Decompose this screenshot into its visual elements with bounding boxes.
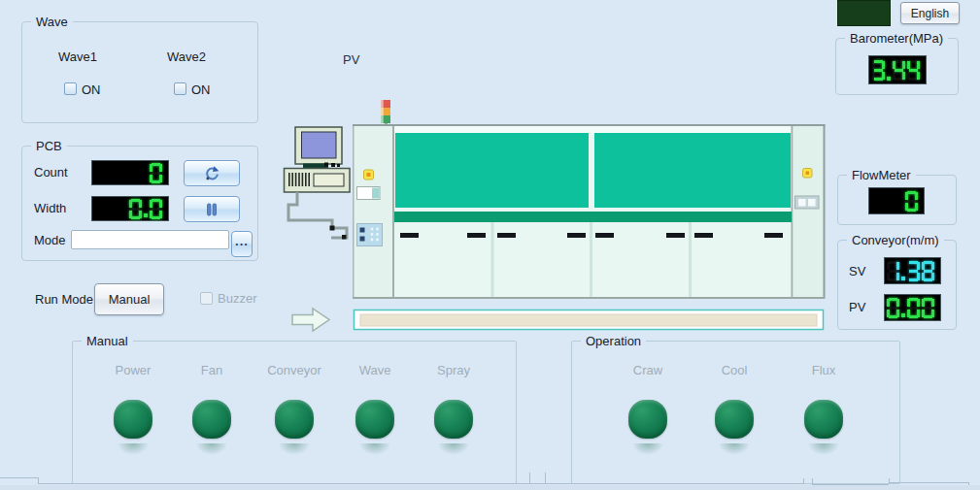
- status-display: [837, 0, 891, 26]
- operation-craw-control: Craw: [604, 363, 692, 459]
- manual-spray-button[interactable]: [434, 400, 473, 439]
- conveyor-sv-display: [884, 257, 941, 284]
- flowmeter-display: [868, 187, 925, 214]
- operation-group: Operation Craw Cool Flux: [571, 341, 900, 484]
- barometer-group-title: Barometer(MPa): [845, 31, 948, 46]
- conveyor-group-title: Conveyor(m/m): [847, 233, 944, 247]
- hmi-main-screen: Wave Wave1 Wave2 ON ON PCB Count Width M…: [0, 0, 980, 490]
- conveyor-sv-label: SV: [849, 264, 865, 278]
- conveyor-belt: [355, 310, 824, 330]
- manual-group-title: Manual: [82, 334, 133, 348]
- sphere-reflection: [804, 443, 843, 459]
- wave2-label: Wave2: [167, 49, 206, 64]
- conveyor-pv-display: [884, 294, 941, 321]
- wave-group: Wave Wave1 Wave2 ON ON: [21, 21, 258, 123]
- manual-conveyor-button[interactable]: [275, 400, 314, 439]
- pcb-width-display: [91, 196, 169, 221]
- sphere-reflection: [628, 443, 667, 459]
- manual-spray-label: Spray: [437, 363, 470, 377]
- pcb-mode-label: Mode: [34, 233, 66, 247]
- pcb-mode-browse-button[interactable]: ...: [231, 231, 253, 257]
- sphere-reflection: [192, 443, 231, 459]
- manual-power-label: Power: [116, 363, 152, 377]
- panel-divider: [529, 473, 530, 483]
- operator-computer-icon: [285, 127, 351, 240]
- machine-body: [353, 124, 826, 299]
- wave2-on-checkbox[interactable]: [174, 82, 186, 95]
- machine-graphic: [282, 97, 835, 335]
- operation-cool-control: Cool: [691, 363, 778, 459]
- pause-icon: [205, 203, 219, 216]
- pv-label: PV: [343, 52, 359, 67]
- panel-divider: [38, 483, 803, 484]
- machine-panel-right: [594, 133, 791, 208]
- pcb-group-title: PCB: [31, 139, 67, 153]
- reset-counter-icon: [202, 165, 221, 182]
- barometer-display: [868, 55, 927, 84]
- flowmeter-group: FlowMeter: [837, 175, 957, 225]
- bottom-strip: [0, 485, 980, 490]
- operation-flux-control: Flux: [780, 363, 867, 459]
- panel-divider: [0, 477, 38, 478]
- operation-cool-button[interactable]: [715, 400, 754, 439]
- operation-flux-button[interactable]: [804, 400, 843, 439]
- wave1-on-label: ON: [82, 82, 101, 97]
- pcb-width-hold-button[interactable]: [184, 196, 240, 222]
- manual-power-button[interactable]: [114, 400, 152, 439]
- panel-divider: [803, 478, 804, 484]
- pcb-count-display: [91, 160, 169, 185]
- operation-craw-button[interactable]: [628, 400, 667, 439]
- wave-group-title: Wave: [31, 15, 73, 29]
- pcb-group: PCB Count Width Mode ...: [21, 146, 258, 261]
- conveyor-pv-label: PV: [849, 300, 865, 314]
- buzzer-label: Buzzer: [218, 291, 256, 306]
- operation-craw-label: Craw: [633, 363, 662, 377]
- pcb-width-label: Width: [34, 201, 66, 215]
- conveyor-group: Conveyor(m/m) SV PV: [837, 240, 957, 330]
- sphere-reflection: [355, 443, 394, 459]
- duct-icon: [288, 192, 347, 238]
- sphere-reflection: [434, 443, 473, 459]
- panel-divider: [889, 482, 968, 483]
- sphere-reflection: [275, 443, 314, 459]
- manual-conveyor-label: Conveyor: [267, 363, 321, 377]
- run-mode-label: Run Mode: [35, 292, 93, 307]
- buzzer-checkbox[interactable]: [200, 292, 213, 305]
- manual-wave-label: Wave: [359, 363, 391, 377]
- manual-wave-control: Wave: [331, 363, 419, 459]
- signal-tower-icon: [382, 100, 391, 126]
- operation-cool-label: Cool: [722, 363, 748, 377]
- manual-group: Manual Power Fan Conveyor Wave Spray: [72, 341, 517, 484]
- manual-spray-control: Spray: [410, 363, 497, 459]
- pcb-count-reset-button[interactable]: [184, 160, 240, 186]
- operation-flux-label: Flux: [812, 363, 836, 377]
- wave1-on-checkbox[interactable]: [64, 82, 77, 95]
- barometer-group: Barometer(MPa): [835, 38, 959, 95]
- language-button[interactable]: English: [900, 2, 960, 24]
- pcb-mode-input[interactable]: [71, 230, 229, 249]
- machine-green-rail: [394, 212, 792, 222]
- manual-fan-control: Fan: [168, 363, 255, 459]
- manual-power-control: Power: [89, 363, 177, 459]
- sphere-reflection: [715, 443, 754, 459]
- run-mode-button[interactable]: Manual: [94, 283, 164, 315]
- wave1-label: Wave1: [58, 49, 97, 64]
- manual-wave-button[interactable]: [355, 400, 394, 439]
- panel-divider: [545, 473, 546, 483]
- flowmeter-group-title: FlowMeter: [847, 168, 916, 182]
- pcb-count-label: Count: [34, 165, 68, 180]
- sphere-reflection: [114, 443, 152, 459]
- wave2-on-label: ON: [191, 82, 211, 97]
- manual-conveyor-control: Conveyor: [251, 363, 338, 459]
- machine-panel-left: [395, 133, 589, 208]
- manual-fan-button[interactable]: [192, 400, 231, 439]
- flow-direction-arrow-icon: [292, 309, 329, 331]
- operation-group-title: Operation: [581, 334, 646, 348]
- manual-fan-label: Fan: [201, 363, 222, 377]
